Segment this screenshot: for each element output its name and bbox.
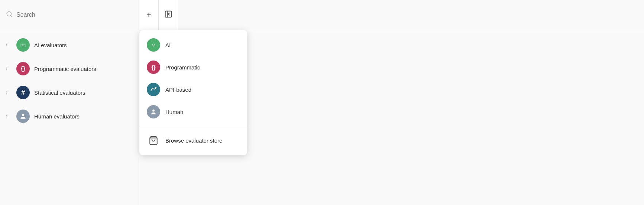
sidebar-item-programmatic-label: Programmatic evaluators [34,66,96,72]
sidebar-item-ai-evaluators-label: AI evaluators [34,42,67,48]
dropdown-api-label: API-based [165,87,191,93]
svg-rect-8 [20,43,26,47]
dropdown-ai-label: AI [165,42,171,48]
dropdown-menu: AI {} Programmatic API-based [139,30,247,155]
dropdown-programmatic-label: Programmatic [165,64,200,71]
dropdown-store-item[interactable]: Browse evaluator store [139,129,247,152]
chevron-right-icon-4: › [6,114,12,119]
search-bar [0,0,139,30]
chevron-right-icon: › [6,42,12,48]
sidebar-list: › [0,30,139,205]
browse-store-label: Browse evaluator store [165,137,222,144]
sidebar: › [0,0,139,205]
svg-point-24 [152,45,153,45]
svg-point-17 [22,114,25,116]
main-area: + [139,0,644,205]
dropdown-programmatic-icon: {} [147,61,160,74]
svg-point-12 [24,45,25,45]
plus-icon: + [146,10,151,20]
search-icon [6,11,13,19]
svg-line-1 [10,15,12,16]
svg-point-15 [22,42,22,43]
sidebar-item-human-evaluators[interactable]: › Human evaluators [0,104,139,128]
main-content: AI {} Programmatic API-based [139,30,644,205]
dropdown-ai-icon [147,38,160,52]
ai-evaluators-icon [16,38,30,52]
svg-point-30 [155,87,156,88]
chevron-right-icon-3: › [6,90,12,95]
search-input[interactable] [16,12,133,18]
svg-point-29 [154,42,155,43]
svg-point-16 [24,42,25,43]
toolbar: + [139,0,644,30]
dropdown-api-icon [147,83,160,96]
dropdown-human-label: Human [165,109,183,115]
dropdown-item-ai[interactable]: AI [139,34,247,56]
sidebar-item-human-label: Human evaluators [34,113,80,120]
collapse-icon [164,10,172,20]
svg-point-28 [152,42,153,43]
add-button[interactable]: + [139,0,159,30]
sidebar-item-statistical-evaluators[interactable]: › # Statistical evaluators [0,81,139,104]
svg-point-31 [152,110,155,112]
sidebar-item-ai-evaluators[interactable]: › [0,33,139,57]
store-icon [147,134,160,147]
statistical-evaluators-icon: # [16,86,30,99]
sidebar-item-statistical-label: Statistical evaluators [34,90,85,96]
programmatic-evaluators-icon: {} [16,62,30,75]
dropdown-item-human[interactable]: Human [139,101,247,123]
chevron-right-icon-2: › [6,66,12,71]
svg-point-25 [154,45,155,45]
dropdown-human-icon [147,105,160,118]
collapse-sidebar-button[interactable] [159,0,178,30]
dropdown-item-api-based[interactable]: API-based [139,78,247,101]
sidebar-item-programmatic-evaluators[interactable]: › {} Programmatic evaluators [0,57,139,81]
dropdown-item-programmatic[interactable]: {} Programmatic [139,56,247,78]
svg-rect-21 [151,43,156,47]
svg-point-11 [22,45,23,45]
human-evaluators-icon [16,110,30,123]
dropdown-divider [139,126,247,126]
